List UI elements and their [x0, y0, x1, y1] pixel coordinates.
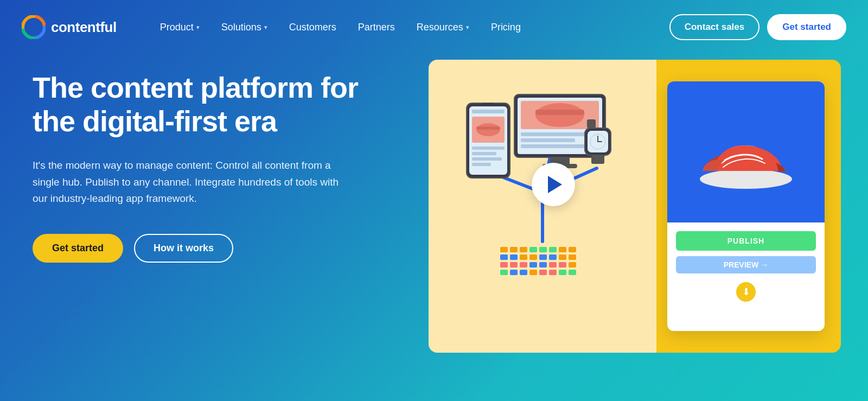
- svg-rect-47: [549, 254, 557, 260]
- nav-item-pricing[interactable]: Pricing: [480, 16, 532, 39]
- how-it-works-button[interactable]: How it works: [134, 234, 233, 263]
- svg-rect-36: [520, 247, 527, 252]
- shoe-card-actions: PUBLISH PREVIEW → ⬇: [667, 222, 825, 310]
- svg-rect-13: [472, 152, 496, 155]
- navbar: contentful Product ▾ Solutions ▾ Custome…: [0, 0, 868, 54]
- svg-rect-8: [472, 110, 505, 113]
- contact-sales-button[interactable]: Contact sales: [669, 14, 760, 40]
- svg-rect-27: [587, 119, 596, 128]
- play-icon: [548, 176, 562, 193]
- svg-rect-64: [559, 270, 566, 275]
- hero-title: The content platform for the digital-fir…: [33, 71, 391, 138]
- svg-rect-44: [520, 254, 527, 260]
- nav-item-partners[interactable]: Partners: [347, 16, 406, 39]
- svg-rect-63: [549, 270, 557, 275]
- download-row: ⬇: [676, 279, 816, 302]
- illustration-left-panel: [429, 60, 656, 353]
- get-started-button[interactable]: Get started: [33, 234, 123, 263]
- logo-icon: [22, 15, 46, 39]
- svg-rect-34: [500, 247, 508, 252]
- play-button[interactable]: [532, 163, 575, 206]
- hero-content: The content platform for the digital-fir…: [33, 71, 391, 263]
- download-icon[interactable]: ⬇: [736, 282, 756, 302]
- shoe-card: PUBLISH PREVIEW → ⬇: [667, 81, 825, 331]
- logo-text: contentful: [51, 19, 117, 36]
- hero-buttons: Get started How it works: [33, 234, 391, 263]
- svg-rect-39: [549, 247, 557, 252]
- svg-rect-41: [569, 247, 576, 252]
- svg-rect-59: [510, 270, 518, 275]
- svg-rect-49: [569, 254, 576, 260]
- shoe-card-image-area: [667, 81, 825, 222]
- nav-item-resources[interactable]: Resources ▾: [406, 16, 480, 39]
- hero-description: It's the modern way to manage content: C…: [33, 157, 347, 207]
- publish-button[interactable]: PUBLISH: [676, 231, 816, 251]
- svg-rect-15: [472, 163, 491, 166]
- svg-rect-57: [569, 262, 576, 268]
- svg-rect-33: [591, 155, 604, 164]
- svg-rect-52: [520, 262, 527, 268]
- svg-rect-60: [520, 270, 527, 275]
- hero-section: contentful Product ▾ Solutions ▾ Custome…: [0, 0, 868, 401]
- hero-illustration: PUBLISH PREVIEW → ⬇: [429, 60, 841, 353]
- svg-rect-65: [569, 270, 576, 275]
- svg-rect-48: [559, 254, 566, 260]
- svg-rect-46: [539, 254, 547, 260]
- svg-rect-35: [510, 247, 518, 252]
- chevron-down-icon: ▾: [196, 24, 200, 31]
- svg-rect-55: [549, 262, 557, 268]
- chevron-down-icon: ▾: [264, 24, 267, 31]
- nav-item-product[interactable]: Product ▾: [149, 16, 210, 39]
- svg-rect-53: [529, 262, 537, 268]
- svg-rect-45: [529, 254, 537, 260]
- svg-rect-43: [510, 254, 518, 260]
- get-started-nav-button[interactable]: Get started: [767, 14, 846, 40]
- svg-point-66: [700, 169, 792, 189]
- devices-container: [450, 87, 635, 315]
- preview-button[interactable]: PREVIEW →: [676, 256, 816, 273]
- nav-item-solutions[interactable]: Solutions ▾: [210, 16, 278, 39]
- nav-buttons: Contact sales Get started: [669, 14, 846, 40]
- svg-rect-24: [521, 144, 586, 148]
- shoe-illustration: [692, 111, 800, 193]
- svg-rect-40: [559, 247, 566, 252]
- svg-rect-11: [476, 126, 500, 130]
- nav-item-customers[interactable]: Customers: [278, 16, 347, 39]
- svg-rect-21: [535, 110, 584, 115]
- svg-rect-50: [500, 262, 508, 268]
- svg-rect-61: [529, 270, 537, 275]
- svg-rect-38: [539, 247, 547, 252]
- chevron-down-icon: ▾: [466, 24, 469, 31]
- logo-link[interactable]: contentful: [22, 15, 117, 39]
- svg-rect-62: [539, 270, 547, 275]
- nav-links: Product ▾ Solutions ▾ Customers Partners…: [149, 16, 669, 39]
- svg-rect-23: [521, 138, 575, 142]
- svg-rect-16: [482, 103, 495, 106]
- svg-rect-14: [472, 157, 502, 161]
- svg-rect-56: [559, 262, 566, 268]
- svg-rect-37: [529, 247, 537, 252]
- svg-rect-42: [500, 254, 508, 260]
- illustration-right-panel: PUBLISH PREVIEW → ⬇: [656, 60, 841, 353]
- svg-rect-54: [539, 262, 547, 268]
- svg-rect-12: [472, 147, 505, 150]
- svg-rect-51: [510, 262, 518, 268]
- svg-rect-58: [500, 270, 508, 275]
